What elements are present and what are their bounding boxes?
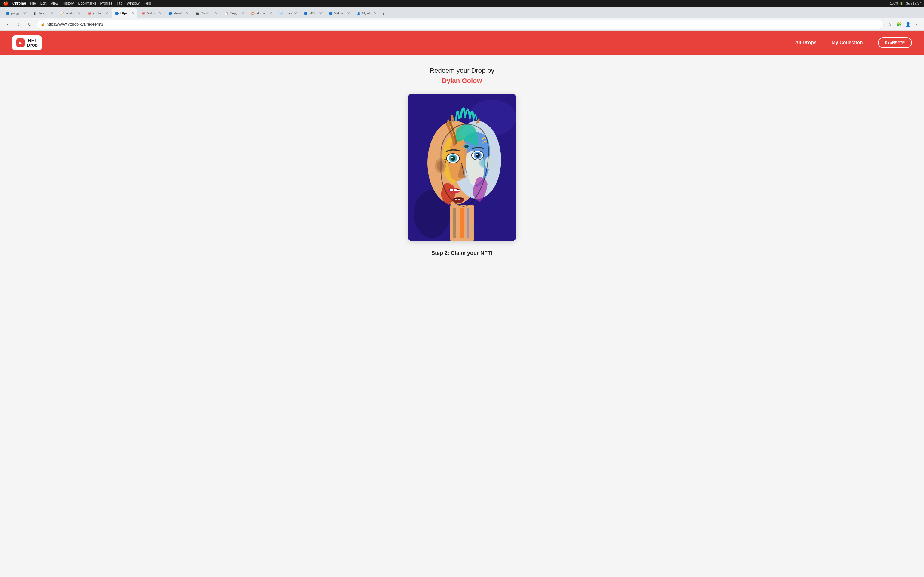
tab-proof[interactable]: 🔵 Proof... ✕ [165, 8, 192, 18]
tab-favicon: 👤 [356, 11, 361, 15]
extensions-icon[interactable]: 🧩 [895, 21, 902, 28]
tab-teleg[interactable]: 📱 Teleg... ✕ [29, 8, 56, 18]
tab-title: YouTu... [201, 11, 213, 15]
mac-chrome-menu[interactable]: Chrome [12, 1, 26, 5]
menu-icon[interactable]: ⋮ [913, 21, 921, 28]
tab-close-icon[interactable]: ✕ [347, 11, 350, 15]
my-collection-link[interactable]: My Collection [832, 40, 863, 45]
svg-text:weis: weis [471, 226, 475, 232]
profile-icon[interactable]: 👤 [904, 21, 911, 28]
tab-youtube[interactable]: 🎬 YouTu... ✕ [192, 8, 220, 18]
mac-history-menu[interactable]: History [63, 1, 74, 5]
mac-view-menu[interactable]: View [50, 1, 58, 5]
tab-favicon: 🔵 [168, 11, 172, 15]
site-header: ▶ NFT Drop All Drops My Collection 0xaB9… [0, 31, 924, 55]
tab-subm[interactable]: 🔵 Subm... ✕ [325, 8, 353, 18]
tab-copy[interactable]: 📋 Copy... ✕ [221, 8, 247, 18]
tab-close-icon[interactable]: ✕ [319, 11, 322, 15]
svg-rect-5 [453, 208, 456, 238]
tab-ytdrop[interactable]: 🔵 https... ✕ [111, 8, 137, 18]
tab-favicon: 📝 [60, 11, 64, 15]
tab-youtu2[interactable]: 🐙 youtu... ✕ [84, 8, 111, 18]
mac-profiles-menu[interactable]: Profiles [100, 1, 113, 5]
mac-menubar: 🍎 Chrome File Edit View History Bookmark… [0, 0, 924, 6]
tab-close-icon[interactable]: ✕ [270, 11, 272, 15]
main-content: Redeem your Drop by Dylan Golow [0, 55, 924, 268]
tab-close-icon[interactable]: ✕ [186, 11, 189, 15]
svg-point-21 [464, 145, 468, 148]
tab-myiel[interactable]: 👤 Myiel... ✕ [354, 8, 380, 18]
nft-image-container: weis [408, 94, 516, 241]
url-text: https://www.ytdrop.xyz/redeem/3 [47, 22, 103, 26]
tab-title: youtu... [93, 11, 104, 15]
mac-file-menu[interactable]: File [30, 1, 36, 5]
tab-favicon: 🎬 [195, 11, 199, 15]
tab-title: Gallo... [147, 11, 157, 15]
tab-close-icon[interactable]: ✕ [215, 11, 218, 15]
bookmark-icon[interactable]: ☆ [886, 21, 893, 28]
tab-inbox[interactable]: 📧 Inbox ✕ [276, 8, 300, 18]
mac-tab-menu[interactable]: Tab [117, 1, 123, 5]
tab-close-icon[interactable]: ✕ [132, 11, 134, 15]
tab-home[interactable]: 🏠 Home... ✕ [248, 8, 276, 18]
url-bar[interactable]: 🔒 https://www.ytdrop.xyz/redeem/3 [36, 20, 884, 29]
wallet-button[interactable]: 0xaB927F [878, 37, 912, 48]
tab-title: polyg... [11, 11, 22, 15]
tab-favicon: 📋 [224, 11, 228, 15]
nft-svg: weis [408, 94, 516, 241]
tab-title: youtu... [66, 11, 76, 15]
nav-links: All Drops My Collection 0xaB927F [795, 37, 912, 48]
logo-button[interactable]: ▶ NFT Drop [12, 35, 42, 50]
tab-close-icon[interactable]: ✕ [78, 11, 81, 15]
mac-edit-menu[interactable]: Edit [40, 1, 47, 5]
new-tab-button[interactable]: + [380, 11, 387, 18]
svg-rect-24 [457, 190, 460, 192]
mac-window-menu[interactable]: Window [127, 1, 140, 5]
tab-title: 504... [309, 11, 318, 15]
tab-title: Myiel... [362, 11, 373, 15]
tab-favicon: 📱 [32, 11, 37, 15]
forward-button[interactable]: › [15, 20, 23, 29]
tab-504[interactable]: 🔵 504... ✕ [300, 8, 325, 18]
tab-close-icon[interactable]: ✕ [23, 11, 26, 15]
mac-bookmarks-menu[interactable]: Bookmarks [78, 1, 96, 5]
chrome-tab-bar: 🔵 polyg... ✕ 📱 Teleg... ✕ 📝 youtu... ✕ 🐙… [0, 6, 924, 18]
tab-close-icon[interactable]: ✕ [294, 11, 297, 15]
mac-menu-left: 🍎 Chrome File Edit View History Bookmark… [3, 1, 151, 6]
tab-favicon: 🔵 [304, 11, 308, 15]
tab-favicon: 🔵 [5, 11, 10, 15]
tab-youtu1[interactable]: 📝 youtu... ✕ [57, 8, 84, 18]
tab-close-icon[interactable]: ✕ [374, 11, 376, 15]
battery-status: 100% 🔋 [890, 2, 903, 5]
svg-rect-25 [455, 199, 457, 200]
svg-rect-6 [460, 208, 464, 238]
site-wrapper: ▶ NFT Drop All Drops My Collection 0xaB9… [0, 31, 924, 577]
tab-close-icon[interactable]: ✕ [105, 11, 108, 15]
all-drops-link[interactable]: All Drops [795, 40, 816, 45]
tab-close-icon[interactable]: ✕ [50, 11, 53, 15]
reload-button[interactable]: ↻ [25, 20, 34, 29]
tab-polyg[interactable]: 🔵 polyg... ✕ [2, 8, 29, 18]
apple-icon[interactable]: 🍎 [3, 1, 8, 6]
tab-title: Copy... [230, 11, 240, 15]
logo-play-icon: ▶ [16, 39, 25, 47]
toolbar-right: ☆ 🧩 👤 ⋮ [886, 21, 921, 28]
creator-name: Dylan Golow [442, 77, 482, 85]
svg-rect-7 [467, 208, 469, 238]
tab-close-icon[interactable]: ✕ [242, 11, 244, 15]
mac-help-menu[interactable]: Help [144, 1, 151, 5]
tab-title: Home... [257, 11, 268, 15]
tab-favicon: 🔵 [115, 11, 119, 15]
svg-point-31 [437, 161, 444, 171]
tab-title: Inbox [284, 11, 292, 15]
tab-gallo[interactable]: 🐙 Gallo... ✕ [138, 8, 165, 18]
svg-point-17 [475, 153, 480, 158]
tab-close-icon[interactable]: ✕ [159, 11, 162, 15]
svg-point-13 [451, 156, 453, 158]
back-button[interactable]: ‹ [3, 20, 12, 29]
tab-title: Proof... [174, 11, 184, 15]
svg-point-18 [476, 153, 478, 155]
svg-rect-26 [458, 199, 460, 200]
lock-icon: 🔒 [40, 22, 45, 26]
svg-rect-23 [454, 189, 457, 192]
